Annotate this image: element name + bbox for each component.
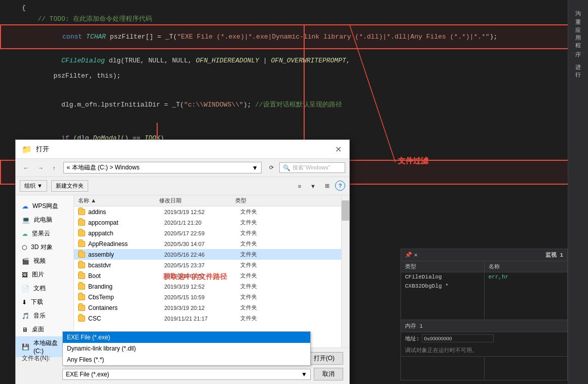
file-item-apppatch[interactable]: apppatch 2020/5/17 22:59 文件夹 — [74, 228, 341, 238]
3d-icon: ⬡ — [22, 244, 27, 251]
address-input[interactable] — [422, 334, 494, 342]
file-name: Branding — [88, 283, 164, 290]
code-line: CFileDialog dlg(TRUE, NULL, NULL, OFN_HI… — [0, 49, 588, 72]
close-button[interactable]: ✕ — [333, 144, 343, 154]
code-line — [0, 117, 588, 127]
file-name: appcompat — [88, 219, 164, 226]
close-panel-icon[interactable]: ✕ — [414, 252, 418, 258]
nav-item-pictures[interactable]: 🖼 图片 — [16, 268, 74, 282]
file-item-assembly[interactable]: assembly 2020/5/16 22:46 文件夹 — [74, 249, 341, 260]
col-header-date[interactable]: 修改日期 — [159, 197, 235, 204]
nav-label-wps: WPS网盘 — [32, 202, 58, 211]
file-item-appcompat[interactable]: appcompat 2020/1/1 21:20 文件夹 — [74, 217, 341, 228]
nav-item-3d[interactable]: ⬡ 3D 对象 — [16, 240, 74, 254]
organize-button[interactable]: 组织 ▼ — [20, 180, 47, 192]
nav-item-music[interactable]: 🎵 音乐 — [16, 309, 74, 323]
view-grid-button[interactable]: ▼ — [307, 181, 319, 191]
search-box[interactable]: 🔍 搜索"Windows" — [279, 162, 345, 173]
folder-icon — [78, 305, 85, 311]
file-item-cbstemp[interactable]: CbsTemp 2020/5/15 10:59 文件夹 — [74, 292, 341, 302]
dialog-title-text: 打开 — [36, 145, 49, 154]
nav-label-music: 音乐 — [33, 311, 46, 320]
file-item-bcastdvr[interactable]: bcastdvr 2020/5/15 23:37 文件夹 — [74, 260, 341, 270]
file-name: bcastdvr — [88, 262, 164, 269]
sidebar-tab-8[interactable]: 行 — [573, 63, 583, 72]
forward-button[interactable]: → — [34, 163, 47, 173]
filter-current[interactable]: EXE File (*.exe) ▼ — [62, 369, 311, 380]
file-item-branding[interactable]: Branding 2019/3/19 12:52 文件夹 — [74, 281, 341, 292]
nav-item-docs[interactable]: 📄 文档 — [16, 282, 74, 295]
file-date: 2020/5/16 22:46 — [164, 252, 240, 258]
pictures-icon: 🖼 — [22, 271, 28, 278]
col-header-type[interactable]: 类型 — [235, 197, 337, 204]
scrollbar[interactable] — [341, 195, 349, 347]
code-line: dlg.m_ofn.lpstrInitialDir = _T("c:\\WIND… — [0, 92, 588, 117]
folder-icon — [78, 273, 85, 279]
new-folder-button[interactable]: 新建文件夹 — [51, 180, 88, 192]
file-item-containers[interactable]: Containers 2019/3/19 20:12 文件夹 — [74, 302, 341, 313]
folder-icon — [78, 220, 85, 226]
code-line — [0, 82, 588, 92]
sidebar-tab-1[interactable]: 沟 — [573, 2, 583, 10]
scrollbar-thumb[interactable] — [342, 200, 349, 221]
divider — [571, 53, 585, 53]
new-folder-label: 新建文件夹 — [56, 182, 84, 190]
nav-item-computer[interactable]: 💻 此电脑 — [16, 213, 74, 227]
file-date: 2020/1/1 21:20 — [164, 220, 240, 226]
annotation-get-path-text: 获取选中的文件路径 — [163, 272, 227, 282]
filter-dropdown[interactable]: EXE File (*.exe) ▼ EXE File (*.exe) Dyna… — [62, 369, 311, 380]
memory-status: 调试对象正在运行时不可用。 — [401, 344, 567, 356]
sidebar-tab-7[interactable]: 进 — [573, 55, 583, 63]
type-row-2: CXB32DbgDlg * — [401, 282, 484, 291]
dialog-footer: 文件名(N): 打开(O) EXE File (*.exe) ▼ EXE Fil… — [16, 347, 349, 384]
file-date: 2019/3/19 12:52 — [164, 284, 240, 290]
sidebar-tab-6[interactable]: 序 — [573, 43, 583, 51]
dialog-title: 📁 打开 — [22, 145, 49, 154]
search-icon: 🔍 — [283, 164, 290, 171]
nav-label-jianguo: 坚果云 — [32, 229, 50, 238]
file-item-csc[interactable]: CSC 2019/11/21 21:17 文件夹 — [74, 313, 341, 324]
sidebar-tab-5[interactable]: 程 — [573, 34, 583, 43]
file-item-appreadiness[interactable]: AppReadiness 2020/5/30 14:07 文件夹 — [74, 238, 341, 249]
view-list-button[interactable]: ≡ — [295, 181, 305, 191]
view-details-button[interactable]: ⊞ — [321, 181, 333, 191]
memory-header: 内存 1 — [401, 320, 567, 332]
filename-label: 文件名(N): — [22, 354, 62, 363]
col-header-name[interactable]: 名称 ▲ — [78, 197, 159, 204]
nav-item-jianguo[interactable]: ☁ 坚果云 — [16, 227, 74, 240]
help-button[interactable]: ? — [335, 181, 345, 191]
file-name: Containers — [88, 304, 164, 311]
sidebar-tab-4[interactable]: 用 — [573, 26, 583, 34]
downloads-icon: ⬇ — [22, 299, 27, 306]
code-line: pszFilter, this); — [0, 72, 588, 82]
panel-toolbar: 📌 ✕ 监视 1 — [401, 249, 567, 261]
breadcrumb-bar[interactable]: « 本地磁盘 (C:) > Windows ▼ — [63, 162, 262, 173]
sidebar-tab-2[interactable]: 重 — [573, 10, 583, 18]
sidebar-tab-3[interactable]: 应 — [573, 18, 583, 26]
filter-option-dll[interactable]: Dynamic-link library (*.dll) — [63, 343, 310, 354]
nav-item-downloads[interactable]: ⬇ 下载 — [16, 295, 74, 309]
annotation-file-filter-text: 文件过滤 — [398, 156, 428, 166]
dialog-actions-bar: 组织 ▼ 新建文件夹 ≡ ▼ ⊞ ? — [16, 177, 349, 195]
breadcrumb-arrow: ▼ — [252, 164, 258, 171]
refresh-button[interactable]: ⟳ — [266, 162, 277, 173]
filter-option-all[interactable]: Any Files (*.*) — [63, 354, 310, 365]
up-button[interactable]: ↑ — [49, 163, 59, 173]
file-name: CSC — [88, 315, 164, 322]
folder-icon — [78, 252, 85, 258]
code-line: { — [0, 4, 588, 14]
jianguo-icon: ☁ — [22, 230, 28, 237]
file-type: 文件夹 — [240, 283, 337, 290]
cancel-button[interactable]: 取消 — [314, 368, 343, 380]
organize-label: 组织 ▼ — [24, 182, 43, 190]
file-list-area: 名称 ▲ 修改日期 类型 addins 2019/3/19 12:52 文件夹 … — [74, 195, 341, 347]
file-item-addins[interactable]: addins 2019/3/19 12:52 文件夹 — [74, 206, 341, 217]
back-button[interactable]: ← — [20, 163, 32, 173]
filter-option-exe[interactable]: EXE File (*.exe) — [63, 332, 310, 343]
file-type: 文件夹 — [240, 251, 337, 258]
file-type: 文件夹 — [240, 229, 337, 237]
disk-icon: 💾 — [22, 343, 29, 351]
nav-item-wps[interactable]: ☁ WPS网盘 — [16, 199, 74, 213]
nav-item-video[interactable]: 🎬 视频 — [16, 254, 74, 268]
nav-label-pictures: 图片 — [32, 270, 44, 279]
